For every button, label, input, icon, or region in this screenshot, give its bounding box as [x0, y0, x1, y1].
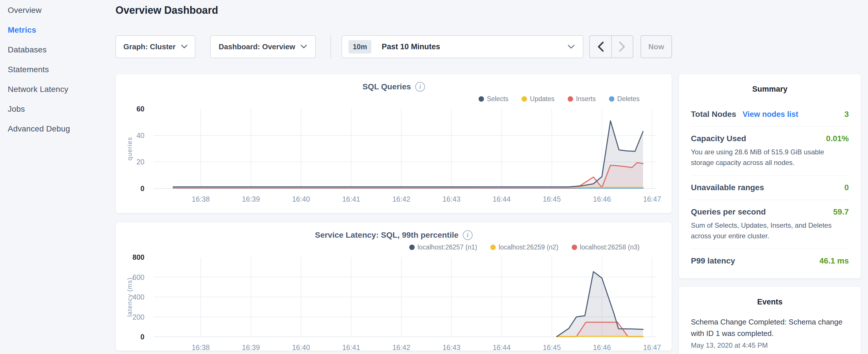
summary-row-title: Capacity Used [691, 134, 746, 143]
controls-divider [331, 35, 331, 58]
time-forward-button[interactable] [611, 36, 633, 58]
legend-label: Selects [487, 95, 508, 103]
svg-text:800: 800 [132, 253, 145, 261]
summary-rows: Total NodesView nodes list3Capacity Used… [691, 102, 849, 273]
chart-plot-area: 16:3816:3916:4016:4116:4216:4316:4416:45… [116, 104, 672, 207]
events-heading: Events [691, 297, 849, 307]
view-nodes-list-link[interactable]: View nodes list [743, 110, 798, 119]
chart-title-row: SQL Queries i [116, 82, 672, 92]
svg-text:16:45: 16:45 [543, 195, 561, 203]
info-icon[interactable]: i [463, 230, 472, 240]
legend-item-localhost-26259-n2: localhost:26259 (n2) [490, 244, 558, 251]
summary-heading: Summary [691, 85, 849, 94]
sidebar-item-metrics[interactable]: Metrics [0, 20, 115, 40]
right-panel: Summary Total NodesView nodes list3Capac… [679, 74, 861, 354]
time-range-selector[interactable]: 10m Past 10 Minutes [342, 35, 584, 58]
chevron-left-icon [597, 41, 604, 52]
svg-text:16:47: 16:47 [643, 195, 661, 203]
chart-title: Service Latency: SQL, 99th percentile [315, 231, 459, 240]
graph-scope-dropdown[interactable]: Graph: Cluster [116, 35, 195, 58]
summary-row-value: 59.7 [833, 207, 849, 217]
events-panel: Events Schema Change Completed: Schema c… [679, 286, 861, 354]
svg-text:0: 0 [141, 185, 145, 192]
dashboard-dropdown-label: Dashboard: Overview [219, 42, 295, 51]
summary-row-queries-per-second: Queries per second59.7Sum of Selects, Up… [691, 200, 849, 249]
legend-item-localhost-26257-n1: localhost:26257 (n1) [409, 244, 477, 251]
legend-dot-icon [490, 245, 496, 250]
svg-text:0: 0 [141, 333, 145, 341]
chevron-down-icon [300, 45, 307, 49]
sql-queries-chart-svg: 16:3816:3916:4016:4116:4216:4316:4416:45… [116, 104, 672, 206]
svg-text:16:41: 16:41 [342, 344, 360, 351]
event-list-item[interactable]: Schema Change Completed: Schema change w… [691, 316, 849, 349]
summary-row-title: Total Nodes [691, 110, 736, 119]
summary-row-title: P99 latency [691, 256, 735, 265]
summary-row-value: 0 [844, 183, 849, 192]
dashboard-dropdown[interactable]: Dashboard: Overview [210, 35, 316, 58]
summary-row-value: 46.1 ms [819, 256, 849, 265]
legend-item-selects: Selects [478, 95, 508, 102]
time-back-button[interactable] [590, 36, 611, 58]
chart-legend: SelectsUpdatesInsertsDeletes [116, 95, 672, 102]
legend-dot-icon [572, 245, 577, 250]
legend-dot-icon [609, 96, 614, 102]
sidebar-item-statements[interactable]: Statements [0, 60, 115, 79]
chevron-down-icon [567, 45, 575, 49]
summary-row-total-nodes: Total NodesView nodes list3 [691, 102, 849, 127]
chevron-down-icon [181, 45, 188, 49]
svg-text:200: 200 [132, 313, 145, 321]
svg-text:16:43: 16:43 [442, 195, 461, 203]
summary-row-description: You are using 28.6 MiB of 515.9 GiB usab… [691, 147, 849, 168]
svg-text:16:42: 16:42 [392, 195, 410, 203]
sidebar-item-overview[interactable]: Overview [0, 0, 115, 20]
summary-row-value: 0.01% [826, 134, 849, 143]
svg-text:16:43: 16:43 [442, 344, 461, 351]
svg-text:400: 400 [132, 293, 145, 301]
chevron-right-icon [618, 41, 626, 52]
chart-legend: localhost:26257 (n1)localhost:26259 (n2)… [116, 244, 672, 251]
svg-text:16:38: 16:38 [192, 195, 210, 203]
service-latency-chart-svg: 16:3816:3916:4016:4116:4216:4316:4416:45… [116, 252, 672, 351]
legend-label: Updates [530, 95, 555, 103]
summary-row-p99-latency: P99 latency46.1 ms [691, 249, 849, 273]
legend-item-updates: Updates [522, 95, 555, 102]
events-list: Schema Change Completed: Schema change w… [691, 316, 849, 349]
page-title: Overview Dashboard [116, 4, 672, 17]
svg-text:40: 40 [136, 131, 145, 139]
svg-text:60: 60 [136, 105, 145, 113]
sidebar-item-jobs[interactable]: Jobs [0, 99, 115, 119]
legend-item-deletes: Deletes [609, 95, 640, 102]
chart-title: SQL Queries [363, 82, 411, 91]
sidebar-item-network-latency[interactable]: Network Latency [0, 79, 115, 99]
legend-label: Deletes [617, 95, 640, 103]
summary-row-value: 3 [844, 110, 849, 119]
summary-row-title: Queries per second [691, 207, 766, 217]
svg-text:latency (ms): latency (ms) [126, 277, 133, 317]
legend-item-localhost-26258-n3: localhost:26258 (n3) [572, 244, 640, 251]
svg-text:16:47: 16:47 [643, 344, 661, 351]
info-icon[interactable]: i [415, 82, 425, 92]
svg-text:16:40: 16:40 [292, 344, 310, 351]
svg-text:16:44: 16:44 [493, 195, 510, 203]
legend-label: localhost:26257 (n1) [417, 244, 477, 251]
svg-text:16:42: 16:42 [392, 344, 410, 351]
legend-item-inserts: Inserts [568, 95, 596, 102]
sidebar: OverviewMetricsDatabasesStatementsNetwor… [0, 0, 115, 139]
chart-title-row: Service Latency: SQL, 99th percentile i [116, 230, 672, 240]
event-message: Schema Change Completed: Schema change w… [691, 316, 849, 339]
now-button[interactable]: Now [641, 35, 672, 58]
svg-text:16:38: 16:38 [192, 344, 210, 351]
sidebar-item-databases[interactable]: Databases [0, 40, 115, 60]
sidebar-item-advanced-debug[interactable]: Advanced Debug [0, 119, 115, 139]
summary-panel: Summary Total NodesView nodes list3Capac… [679, 74, 861, 279]
event-timestamp: May 13, 2020 at 4:45 PM [691, 342, 849, 349]
legend-label: localhost:26258 (n3) [580, 244, 640, 251]
time-window-arrows [589, 35, 633, 58]
legend-dot-icon [478, 96, 484, 102]
graph-scope-dropdown-label: Graph: Cluster [124, 42, 176, 51]
summary-row-description: Sum of Selects, Updates, Inserts, and De… [691, 220, 849, 241]
chart-plot-area: 16:3816:3916:4016:4116:4216:4316:4416:45… [116, 252, 672, 351]
legend-dot-icon [409, 245, 415, 250]
svg-text:16:41: 16:41 [342, 195, 360, 203]
legend-label: Inserts [576, 95, 596, 103]
